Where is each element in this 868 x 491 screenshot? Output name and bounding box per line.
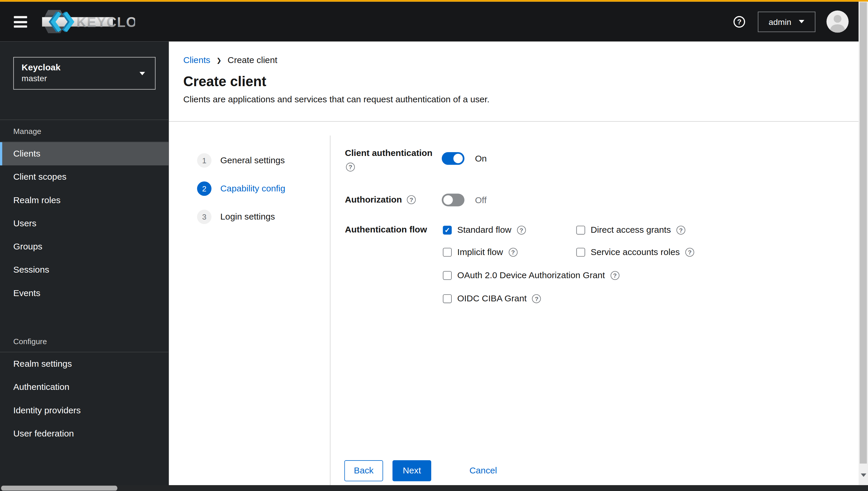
next-button[interactable]: Next (392, 460, 431, 481)
masthead: KEYCLOAK ? admin (0, 2, 859, 41)
scrollbar-down-arrow-icon[interactable] (861, 473, 866, 476)
flow-option-label[interactable]: Implicit flow (457, 248, 503, 257)
realm-selector-title: Keycloak (22, 62, 147, 73)
flow-option-label[interactable]: Direct access grants (591, 225, 671, 235)
wizard-vertical-divider (330, 136, 331, 485)
client-authentication-toggle[interactable] (442, 152, 464, 165)
checkbox-unchecked-icon[interactable] (443, 271, 452, 280)
flow-option-label[interactable]: OAuth 2.0 Device Authorization Grant (457, 270, 605, 281)
masthead-toolbar: ? admin (733, 2, 815, 41)
sidebar-item-client-scopes[interactable]: Client scopes (0, 165, 169, 189)
flow-option-implicit-flow: Implicit flow? (443, 248, 517, 257)
sidebar-item-authentication[interactable]: Authentication (0, 376, 169, 399)
sidebar-item-groups[interactable]: Groups (0, 235, 169, 258)
realm-selector[interactable]: Keycloak master (13, 57, 156, 89)
authorization-toggle[interactable] (442, 194, 464, 206)
flow-option-label[interactable]: OIDC CIBA Grant (457, 294, 527, 304)
standard-flow-help-icon[interactable]: ? (517, 226, 526, 234)
wizard-steps-nav: 1General settings2Capability config3Logi… (197, 153, 285, 238)
horizontal-scrollbar (0, 485, 868, 491)
direct-access-grants-help-icon[interactable]: ? (676, 226, 685, 234)
sidebar-item-sessions[interactable]: Sessions (0, 258, 169, 281)
breadcrumb: Clients❯Create client (183, 55, 278, 65)
client-authentication-help-icon[interactable]: ? (346, 163, 355, 172)
oidc-ciba-grant-help-icon[interactable]: ? (532, 294, 541, 303)
nav-section-configure: ConfigureRealm settingsAuthenticationIde… (0, 330, 169, 445)
flow-option-oauth-2-0-device-authorization-grant: OAuth 2.0 Device Authorization Grant? (443, 270, 619, 281)
breadcrumb-item-clients[interactable]: Clients (183, 55, 210, 65)
back-button[interactable]: Back (344, 460, 383, 481)
keycloak-admin-console: KEYCLOAK ? admin Keycloak master ManageC… (0, 0, 868, 491)
sidebar-item-users[interactable]: Users (0, 212, 169, 235)
oauth-2-0-device-authorization-grant-help-icon[interactable]: ? (611, 271, 619, 280)
page-description: Clients are applications and services th… (183, 95, 489, 105)
brand-text: KEYCLOAK (76, 15, 135, 30)
wizard-step-general-settings[interactable]: 1General settings (197, 153, 285, 168)
vertical-scrollbar (859, 2, 868, 485)
wizard-step-login-settings[interactable]: 3Login settings (197, 210, 285, 224)
wizard-step-label: Capability config (220, 181, 285, 196)
wizard-step-number: 2 (197, 181, 212, 196)
user-menu-label: admin (768, 17, 791, 26)
flow-option-oidc-ciba-grant: OIDC CIBA Grant? (443, 294, 541, 304)
help-icon[interactable]: ? (733, 16, 745, 28)
user-menu-dropdown[interactable]: admin (758, 11, 815, 32)
main-content: Clients❯Create client Create client Clie… (169, 41, 859, 485)
user-avatar-icon[interactable] (827, 10, 848, 32)
flow-option-service-accounts-roles: Service accounts roles? (576, 248, 694, 257)
nav-section-title-configure: Configure (0, 330, 169, 352)
sidebar-item-identity-providers[interactable]: Identity providers (0, 399, 169, 422)
wizard-step-number: 3 (197, 210, 212, 224)
flow-option-label[interactable]: Service accounts roles (591, 248, 680, 257)
vertical-scrollbar-thumb[interactable] (860, 2, 867, 464)
sidebar: Keycloak master ManageClientsClient scop… (0, 41, 169, 485)
keycloak-logo: KEYCLOAK (41, 9, 135, 36)
sidebar-nav: ManageClientsClient scopesRealm rolesUse… (0, 120, 169, 445)
flow-option-direct-access-grants: Direct access grants? (576, 225, 685, 235)
cancel-link[interactable]: Cancel (469, 466, 497, 476)
client-authentication-state: On (475, 154, 487, 164)
checkbox-checked-icon[interactable] (443, 226, 452, 234)
authorization-state: Off (475, 195, 487, 205)
checkbox-unchecked-icon[interactable] (443, 294, 452, 303)
sidebar-item-user-federation[interactable]: User federation (0, 422, 169, 445)
nav-section-title-manage: Manage (0, 120, 169, 142)
page-title: Create client (183, 74, 267, 90)
checkbox-unchecked-icon[interactable] (443, 248, 452, 257)
wizard-step-label: General settings (220, 153, 285, 168)
nav-section-manage: ManageClientsClient scopesRealm rolesUse… (0, 120, 169, 305)
flow-option-standard-flow: Standard flow? (443, 225, 526, 235)
authorization-label: Authorization (345, 195, 402, 205)
checkbox-unchecked-icon[interactable] (576, 248, 585, 257)
realm-selector-current-realm: master (22, 73, 147, 84)
flow-option-label[interactable]: Standard flow (457, 225, 511, 235)
sidebar-item-realm-settings[interactable]: Realm settings (0, 352, 169, 376)
wizard-step-capability-config[interactable]: 2Capability config (197, 181, 285, 196)
authorization-label-row: Authorization ? (345, 195, 416, 205)
header-divider (169, 121, 859, 122)
client-authentication-label: Client authentication (345, 148, 433, 158)
browser-accent-strip (0, 0, 868, 2)
realm-caret-down-icon (140, 72, 145, 75)
checkbox-unchecked-icon[interactable] (576, 226, 585, 234)
caret-down-icon (799, 20, 805, 23)
wizard-step-number: 1 (197, 153, 212, 168)
sidebar-item-realm-roles[interactable]: Realm roles (0, 189, 169, 212)
authorization-help-icon[interactable]: ? (407, 195, 416, 204)
breadcrumb-chevron-icon: ❯ (217, 57, 222, 64)
horizontal-scrollbar-thumb[interactable] (1, 486, 117, 491)
wizard-step-label: Login settings (220, 210, 275, 224)
sidebar-item-clients[interactable]: Clients (0, 142, 169, 165)
breadcrumb-item-create-client: Create client (228, 55, 278, 65)
sidebar-item-events[interactable]: Events (0, 282, 169, 305)
service-accounts-roles-help-icon[interactable]: ? (685, 248, 694, 257)
implicit-flow-help-icon[interactable]: ? (509, 248, 517, 257)
authentication-flow-label: Authentication flow (345, 225, 427, 234)
hamburger-menu-icon[interactable] (14, 16, 27, 28)
